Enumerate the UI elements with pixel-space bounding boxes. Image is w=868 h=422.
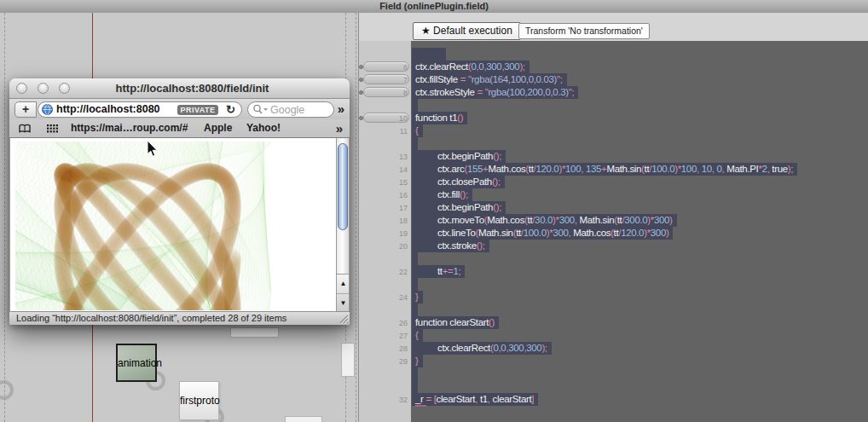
line-number: 32 (359, 396, 408, 404)
transform-button[interactable]: Transform 'No transformation' (518, 23, 650, 39)
code-line[interactable]: function t1() (412, 112, 467, 124)
line-number: 22 (359, 268, 408, 276)
vertical-scrollbar[interactable]: ▲ ▼ (336, 138, 349, 311)
code-line[interactable]: ctx.stroke(); (412, 240, 489, 252)
line-number: 16 (359, 191, 408, 199)
star-icon: ★ (421, 25, 431, 37)
sheet-guide-left (4, 13, 5, 422)
code-line[interactable]: ctx.beginPath(); (412, 201, 506, 214)
line-number: 27 (359, 332, 408, 340)
line-number: 19 (359, 229, 408, 238)
app-titlebar: Field (onlinePlugin.field) (0, 0, 868, 14)
line-number: 8 (359, 89, 408, 97)
globe-icon (42, 104, 53, 115)
scroll-down-button[interactable]: ▼ (337, 293, 350, 311)
line-number: 6 (359, 63, 408, 72)
line-number: 10 (359, 114, 408, 123)
scroll-up-button[interactable]: ▲ (337, 275, 350, 292)
search-placeholder: Google (270, 104, 304, 116)
code-line[interactable] (412, 99, 418, 112)
code-line[interactable]: } (412, 291, 423, 303)
default-execution-button[interactable]: ★ Default execution (413, 22, 521, 40)
mouse-cursor (147, 141, 159, 158)
code-line[interactable] (412, 278, 418, 291)
browser-toolbar: + http://localhost:8080 PRIVATE ↻ (9, 99, 350, 119)
address-field[interactable]: http://localhost:8080 PRIVATE ↻ (38, 101, 242, 118)
line-number: 18 (359, 217, 408, 225)
code-line[interactable]: ctx.clearRect(0,0,300,300); (412, 61, 529, 73)
element-box-animation[interactable]: animation (116, 344, 157, 382)
box-label: firstproto (180, 395, 218, 407)
code-line[interactable]: { (412, 329, 423, 342)
code-line[interactable]: _r = [clearStart, t1, clearStart] (412, 393, 538, 406)
line-number: 11 (359, 127, 408, 136)
line-number: 13 (359, 153, 408, 161)
code-line[interactable]: function clearStart() (412, 316, 499, 329)
box-label: animation (118, 357, 155, 369)
status-text: Loading “http://localhost:8080/field/ini… (16, 313, 286, 323)
bookmarks-overflow-chevron[interactable]: » (336, 121, 343, 136)
code-line[interactable]: ctx.moveTo(Math.cos(tt/30.0)*300, Math.s… (412, 214, 677, 227)
code-line[interactable]: ctx.fill(); (412, 188, 472, 201)
field-app-window: Field (onlinePlugin.field) animation fir… (0, 0, 868, 422)
editor-gutter: 6781011131415161718192022242627282932 (359, 41, 411, 422)
code-line[interactable]: ctx.clearRect(0,0,300,300); (412, 342, 552, 355)
minimize-button[interactable] (38, 83, 49, 94)
code-line[interactable] (412, 380, 418, 393)
code-line[interactable] (412, 367, 418, 380)
box-shadow-curl (0, 380, 14, 400)
search-field[interactable]: Google (247, 101, 334, 118)
new-tab-button[interactable]: + (14, 101, 37, 118)
code-line[interactable]: } (412, 355, 423, 367)
browser-content[interactable]: ▲ ▼ (9, 138, 350, 311)
code-line[interactable] (412, 303, 418, 316)
element-box-firstproto[interactable]: firstproto (179, 381, 219, 420)
partial-box[interactable] (230, 327, 279, 338)
code-line[interactable]: ctx.closePath(); (412, 176, 505, 188)
sheet-guide-right (356, 13, 356, 422)
zoom-button[interactable] (59, 83, 70, 94)
error-underline (415, 405, 426, 407)
browser-titlebar[interactable]: http://localhost:8080/field/init (9, 78, 350, 99)
topsites-grid-icon[interactable] (47, 124, 58, 134)
code-line[interactable] (412, 48, 446, 61)
line-number: 15 (359, 178, 408, 187)
browser-window-title: http://localhost:8080/field/init (86, 78, 298, 99)
partial-box[interactable] (341, 343, 355, 377)
private-badge: PRIVATE (177, 105, 218, 115)
default-execution-label: Default execution (433, 25, 512, 37)
code-line[interactable]: ctx.strokeStyle = "rgba(100,200,0,0.3)"; (412, 86, 578, 99)
code-editor[interactable]: ctx.clearRect(0,0,300,300);ctx.fillStyle… (411, 41, 868, 422)
line-number: 24 (359, 293, 408, 302)
scrollbar-arrows: ▲ ▼ (337, 274, 350, 311)
code-line[interactable]: ctx.lineTo(Math.sin(tt/100.0)*300, Math.… (412, 227, 673, 240)
partial-box[interactable] (285, 416, 322, 422)
toolbar-overflow-chevron[interactable]: » (338, 101, 344, 116)
line-number: 26 (359, 319, 408, 327)
browser-window[interactable]: http://localhost:8080/field/init + http:… (9, 78, 350, 325)
bookmark-item[interactable]: Apple (204, 122, 232, 134)
bookmark-item[interactable]: https://mai…roup.com/# (71, 122, 188, 134)
code-line[interactable]: ctx.fillStyle = "rgba(164,100,0,0.03)"; (412, 73, 567, 86)
line-number: 20 (359, 242, 408, 251)
bookmarks-book-icon[interactable] (19, 124, 31, 134)
bookmark-item[interactable]: Yahoo! (246, 122, 281, 134)
reload-button[interactable]: ↻ (226, 102, 235, 117)
code-line[interactable]: tt+=1; (412, 265, 465, 278)
code-panel: ★ Default execution Transform 'No transf… (358, 13, 868, 422)
bookmarks-bar: https://mai…roup.com/# Apple Yahoo! » (9, 119, 350, 138)
code-line[interactable] (412, 252, 418, 265)
code-line[interactable] (412, 137, 418, 150)
code-line[interactable]: { (412, 124, 423, 137)
line-number: 28 (359, 344, 408, 353)
code-line[interactable]: ctx.beginPath(); (412, 150, 506, 163)
scrollbar-thumb[interactable] (338, 143, 348, 230)
resize-grip[interactable] (337, 312, 349, 324)
address-input[interactable]: http://localhost:8080 (56, 103, 170, 116)
line-number: 14 (359, 165, 408, 174)
close-button[interactable] (16, 83, 27, 94)
line-number: 17 (359, 204, 408, 212)
field-canvas-sheet[interactable]: animation firstproto http://localhost:80… (0, 13, 358, 422)
magnifier-icon (252, 104, 269, 116)
code-line[interactable]: ctx.arc(155+Math.cos(tt/120.0)*100, 135+… (412, 163, 797, 176)
